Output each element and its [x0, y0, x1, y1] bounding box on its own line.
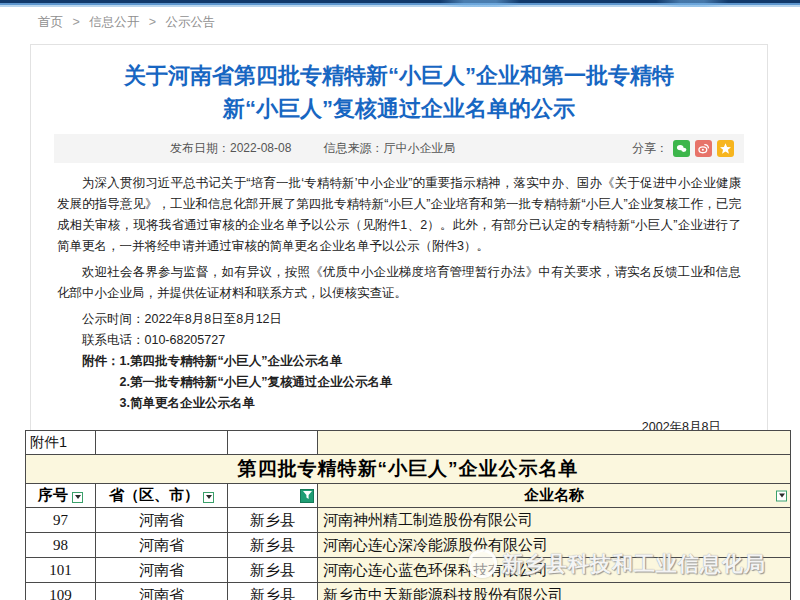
empty-cell: [318, 431, 791, 455]
table-header-row: 序号 省（区、市） 企业名称: [26, 484, 791, 508]
empty-cell: [228, 431, 318, 455]
attachment-link-2[interactable]: 2.第一批专精特新“小巨人”复核通过企业公示名单: [120, 372, 393, 393]
notice-period: 公示时间：2022年8月8日至8月12日: [57, 309, 741, 330]
cell-county: 新乡县: [228, 558, 318, 583]
cell-seq: 101: [26, 558, 96, 583]
article-meta-bar: 发布日期：2022-08-08 信息来源：厅中小企业局 分享：: [54, 134, 744, 163]
share-group: 分享：: [632, 140, 734, 157]
cell-province: 河南省: [96, 533, 228, 558]
favorite-star-icon[interactable]: [717, 140, 734, 157]
cell-province: 河南省: [96, 558, 228, 583]
page-title-line1: 关于河南省第四批专精特新“小巨人”企业和第一批专精特: [31, 59, 767, 92]
table-title-row: 第四批专精特新“小巨人”企业公示名单: [26, 455, 791, 484]
filter-dropdown-province[interactable]: [203, 492, 214, 503]
table-row: 101 河南省 新乡县 河南心连心蓝色环保科技有限公司: [26, 558, 791, 583]
column-header-province: 省（区、市）: [96, 484, 228, 508]
table-corner-row: 附件1: [26, 431, 791, 455]
table-row: 109 河南省 新乡县 新乡市中天新能源科技股份有限公司: [26, 583, 791, 600]
cell-county: 新乡县: [228, 508, 318, 533]
cell-seq: 98: [26, 533, 96, 558]
attachment-link-1[interactable]: 1.第四批专精特新“小巨人”企业公示名单: [120, 351, 393, 372]
page: 首页 > 信息公开 > 公示公告 关于河南省第四批专精特新“小巨人”企业和第一批…: [0, 0, 800, 600]
paragraph: 为深入贯彻习近平总书记关于“培育一批‘专精特新’中小企业”的重要指示精神，落实中…: [57, 173, 741, 257]
cell-company: 河南神州精工制造股份有限公司: [318, 508, 791, 533]
top-banner-strip: [0, 0, 800, 7]
page-title: 关于河南省第四批专精特新“小巨人”企业和第一批专精特 新“小巨人”复核通过企业名…: [31, 59, 767, 125]
attachments-label: 附件：: [82, 351, 120, 414]
table-title: 第四批专精特新“小巨人”企业公示名单: [26, 455, 791, 484]
cell-county: 新乡县: [228, 583, 318, 600]
share-label: 分享：: [632, 140, 668, 157]
contact-phone: 联系电话：010-68205727: [57, 330, 741, 351]
column-header-county: [228, 484, 318, 508]
empty-cell: [96, 431, 228, 455]
cell-province: 河南省: [96, 508, 228, 533]
wechat-icon[interactable]: [673, 140, 690, 157]
table-row: 98 河南省 新乡县 河南心连心深冷能源股份有限公司: [26, 533, 791, 558]
attachment1-table: 附件1 第四批专精特新“小巨人”企业公示名单 序号 省（区、市） 企业名称 97…: [25, 430, 791, 600]
breadcrumb-separator: >: [149, 15, 156, 29]
breadcrumb-info-disclosure[interactable]: 信息公开: [89, 15, 139, 29]
column-header-seq: 序号: [26, 484, 96, 508]
cell-province: 河南省: [96, 583, 228, 600]
active-filter-funnel-icon[interactable]: [300, 489, 314, 503]
article-body: 为深入贯彻习近平总书记关于“培育一批‘专精特新’中小企业”的重要指示精神，落实中…: [31, 163, 767, 438]
breadcrumb: 首页 > 信息公开 > 公示公告: [38, 14, 216, 31]
cell-county: 新乡县: [228, 533, 318, 558]
attachments-block: 附件： 1.第四批专精特新“小巨人”企业公示名单 2.第一批专精特新“小巨人”复…: [82, 351, 741, 414]
breadcrumb-home[interactable]: 首页: [38, 15, 63, 29]
table-row: 97 河南省 新乡县 河南神州精工制造股份有限公司: [26, 508, 791, 533]
cell-company: 河南心连心蓝色环保科技有限公司: [318, 558, 791, 583]
column-header-company: 企业名称: [318, 484, 791, 508]
attachment-link-3[interactable]: 3.简单更名企业公示名单: [120, 393, 393, 414]
publish-date: 发布日期：2022-08-08: [170, 140, 291, 157]
filter-dropdown-seq[interactable]: [72, 492, 83, 503]
cell-company: 新乡市中天新能源科技股份有限公司: [318, 583, 791, 600]
attachment1-corner-label: 附件1: [26, 431, 96, 455]
weibo-icon[interactable]: [695, 140, 712, 157]
page-title-line2: 新“小巨人”复核通过企业名单的公示: [31, 92, 767, 125]
cell-seq: 109: [26, 583, 96, 600]
paragraph: 欢迎社会各界参与监督，如有异议，按照《优质中小企业梯度培育管理暂行办法》中有关要…: [57, 262, 741, 304]
cell-company: 河南心连心深冷能源股份有限公司: [318, 533, 791, 558]
article-container: 关于河南省第四批专精特新“小巨人”企业和第一批专精特 新“小巨人”复核通过企业名…: [30, 44, 768, 432]
cell-seq: 97: [26, 508, 96, 533]
breadcrumb-announcements[interactable]: 公示公告: [166, 15, 216, 29]
info-source: 信息来源：厅中小企业局: [323, 140, 455, 157]
filter-dropdown-company[interactable]: [776, 490, 787, 501]
breadcrumb-separator: >: [72, 15, 79, 29]
